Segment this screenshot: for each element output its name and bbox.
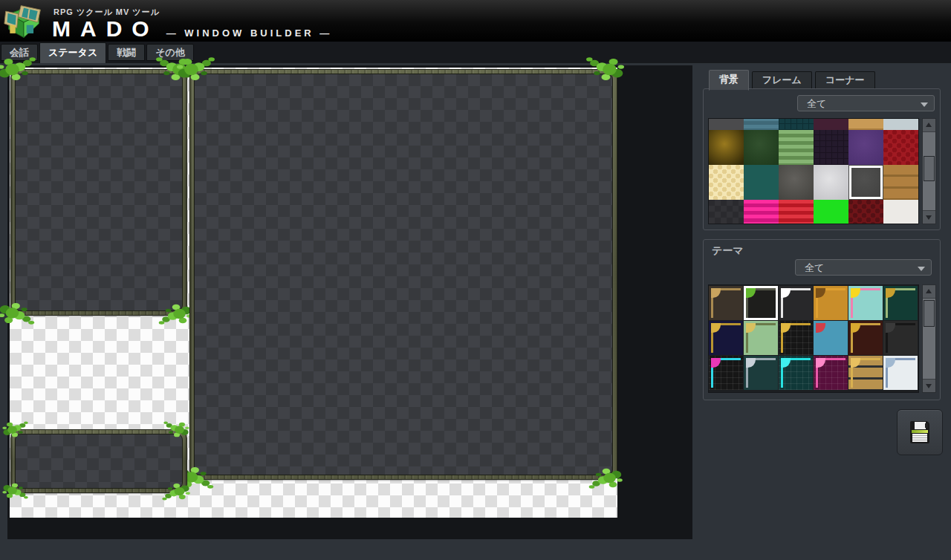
app-logo-icon xyxy=(3,4,45,41)
texture-tab-2[interactable]: コーナー xyxy=(815,71,875,88)
bg-swatch-gold-cloud[interactable] xyxy=(709,130,744,165)
bg-swatch-blue-stripes[interactable] xyxy=(744,118,779,130)
foliage-corner-icon xyxy=(175,426,184,433)
theme-thumb-brown-gold[interactable] xyxy=(709,286,743,320)
foliage-corner-icon xyxy=(7,486,17,494)
bg-swatch-dark-red-damask[interactable] xyxy=(848,200,883,224)
theme-thumb-teal-silver[interactable] xyxy=(744,356,778,390)
foliage-corner-icon xyxy=(603,64,617,75)
theme-thumb-teal-cyan-grid[interactable] xyxy=(779,356,813,390)
background-texture-box: 全て xyxy=(703,88,941,230)
preview-window-small-bottom[interactable] xyxy=(10,429,187,493)
bg-swatch-bright-green[interactable] xyxy=(814,200,848,224)
main-tab-0[interactable]: 会話 xyxy=(1,44,38,61)
texture-tab-bar: 背景フレームコーナー xyxy=(707,70,877,89)
window-body xyxy=(194,74,613,475)
transparency-checker-canvas xyxy=(10,68,617,518)
theme-thumb-navy-gold[interactable] xyxy=(709,321,743,355)
bg-swatch-gray-stone[interactable] xyxy=(779,165,814,200)
bg-swatch-teal-grid[interactable] xyxy=(779,118,814,130)
app-header: RPG ツクール MV ツール MADO — WINDOW BUILDER — xyxy=(0,0,951,42)
main-tab-1[interactable]: ステータス xyxy=(39,42,106,63)
bg-swatch-dark-maroon[interactable] xyxy=(814,118,848,130)
chevron-down-icon xyxy=(918,267,925,271)
scroll-up-button[interactable] xyxy=(923,285,935,299)
window-body xyxy=(15,434,183,489)
bg-swatch-purple[interactable] xyxy=(848,130,883,165)
background-filter-dropdown[interactable]: 全て xyxy=(797,95,935,111)
main-tab-2[interactable]: 戦闘 xyxy=(108,44,145,61)
bg-swatch-forest-green[interactable] xyxy=(744,130,779,165)
bg-swatch-gray[interactable] xyxy=(709,118,744,130)
theme-filter-dropdown[interactable]: 全て xyxy=(795,259,932,276)
bg-swatch-pale-blue[interactable] xyxy=(883,118,918,130)
bg-swatch-dark-gray[interactable] xyxy=(848,165,883,200)
bg-swatch-teal[interactable] xyxy=(744,165,779,200)
preview-window-tall-left[interactable] xyxy=(10,69,187,316)
editor-canvas-panel xyxy=(7,65,692,539)
chevron-down-icon xyxy=(921,102,928,107)
theme-thumbnail-grid xyxy=(708,284,919,393)
bg-swatch-green-stripes[interactable] xyxy=(779,130,814,165)
texture-tab-1[interactable]: フレーム xyxy=(752,71,812,88)
theme-filter-value: 全て xyxy=(805,262,824,273)
theme-thumb-black-silver[interactable] xyxy=(779,286,813,320)
bg-swatch-red-stripes[interactable] xyxy=(779,200,814,224)
theme-thumb-charcoal[interactable] xyxy=(883,321,918,355)
bg-swatch-black-purple-grid[interactable] xyxy=(814,130,848,165)
bg-swatch-tan-wood[interactable] xyxy=(848,118,883,130)
theme-thumb-magenta-ornate[interactable] xyxy=(814,356,848,390)
main-tab-3[interactable]: その他 xyxy=(146,44,194,61)
floppy-disk-icon xyxy=(910,421,929,443)
theme-thumb-black-leaf[interactable] xyxy=(744,286,778,320)
theme-thumb-steel-blue-red[interactable] xyxy=(814,321,848,355)
bg-swatch-light-marble[interactable] xyxy=(814,165,848,200)
scrollbar-thumb[interactable] xyxy=(924,300,935,327)
app-tagline: — WINDOW BUILDER — xyxy=(166,27,333,39)
foliage-corner-icon xyxy=(6,307,19,318)
main-tab-bar: 会話ステータス戦闘その他 xyxy=(0,42,951,63)
theme-section-label: テーマ xyxy=(712,244,744,258)
scroll-down-button[interactable] xyxy=(923,210,935,224)
background-grid-scrollbar[interactable] xyxy=(922,118,936,224)
foliage-corner-icon xyxy=(7,426,17,433)
scrollbar-thumb[interactable] xyxy=(924,156,935,181)
foliage-corner-icon xyxy=(184,64,198,75)
theme-thumb-black-diamond-gold[interactable] xyxy=(779,321,813,355)
theme-box: テーマ 全て xyxy=(703,239,941,400)
preview-window-main-large[interactable] xyxy=(189,69,617,480)
bg-swatch-dark-checker[interactable] xyxy=(709,200,744,224)
texture-tab-0[interactable]: 背景 xyxy=(709,70,749,91)
app-title: MADO xyxy=(52,19,159,39)
foliage-corner-icon xyxy=(175,487,185,495)
theme-thumb-white-blue[interactable] xyxy=(883,356,918,390)
bg-swatch-off-white[interactable] xyxy=(883,200,918,224)
theme-thumb-wood-gold[interactable] xyxy=(848,356,883,390)
background-filter-value: 全て xyxy=(807,98,826,109)
bg-swatch-wood-planks[interactable] xyxy=(883,165,918,200)
bg-swatch-cream-ornate[interactable] xyxy=(709,165,744,200)
foliage-corner-icon xyxy=(5,64,19,75)
scroll-up-button[interactable] xyxy=(923,119,935,132)
theme-thumb-dark-teal-gold[interactable] xyxy=(883,286,918,320)
window-body xyxy=(15,74,183,311)
theme-thumb-sage-olive[interactable] xyxy=(744,321,778,355)
background-swatch-grid xyxy=(708,118,919,224)
theme-thumb-amber[interactable] xyxy=(814,286,848,320)
bg-swatch-magenta-stripes[interactable] xyxy=(744,200,779,224)
theme-grid-scrollbar[interactable] xyxy=(922,284,936,393)
theme-thumb-black-neon-pixel[interactable] xyxy=(709,356,743,390)
foliage-corner-icon xyxy=(173,309,186,319)
theme-thumb-teal-pink-star[interactable] xyxy=(848,286,883,320)
bg-swatch-red-damask[interactable] xyxy=(883,130,918,165)
scroll-down-button[interactable] xyxy=(923,379,935,392)
theme-thumb-maroon-gold-fan[interactable] xyxy=(848,321,883,355)
save-button[interactable] xyxy=(897,409,943,455)
foliage-corner-icon xyxy=(603,473,616,484)
